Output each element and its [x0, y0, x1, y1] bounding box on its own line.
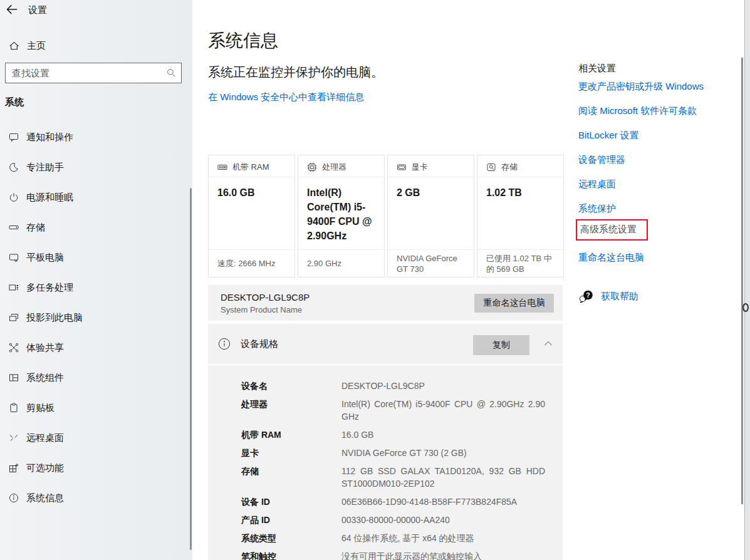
sidebar-item-system-components[interactable]: 系统组件 — [0, 363, 192, 393]
link-remote-desktop[interactable]: 远程桌面 — [578, 179, 616, 190]
card-value: 2 GB — [388, 177, 474, 200]
card-label: 存储 — [501, 162, 518, 173]
main-scrollbar-thumb[interactable] — [741, 58, 743, 504]
back-button[interactable] — [5, 3, 21, 17]
sidebar-scrollbar[interactable] — [190, 188, 192, 550]
sidebar-item-power-sleep[interactable]: 电源和睡眠 — [0, 182, 192, 212]
search-input[interactable] — [5, 63, 182, 83]
main-content: 系统信息 系统正在监控并保护你的电脑。 在 Windows 安全中心中查看详细信… — [192, 0, 750, 560]
spec-row: 产品 ID00330-80000-00000-AA240 — [241, 514, 545, 526]
card-footer: 速度: 2666 MHz — [209, 249, 294, 277]
shared-experiences-icon — [9, 343, 19, 353]
device-name: DESKTOP-LGL9C8P — [221, 292, 310, 303]
disk-icon — [486, 162, 496, 172]
sidebar-item-multitasking[interactable]: 多任务处理 — [0, 272, 192, 303]
device-specs-header: 设备规格 复制 — [208, 324, 563, 364]
get-help-icon: ? — [578, 289, 594, 304]
sidebar-item-optional-features[interactable]: 可选功能 — [0, 453, 192, 483]
cpu-icon — [307, 162, 317, 172]
sidebar-item-storage[interactable]: 存储 — [0, 212, 192, 242]
sidebar-nav: 通知和操作 专注助手 电源和睡眠 存储 平板电脑 多任务处理 — [0, 122, 192, 513]
search-icon[interactable] — [167, 68, 176, 78]
card-ram: 机带 RAM 16.0 GB 速度: 2666 MHz — [208, 155, 295, 277]
spec-row: 设备 ID06E36B66-1D90-4148-B58F-F773B824F85… — [241, 495, 545, 508]
spec-row: 设备名DESKTOP-LGL9C8P — [241, 380, 545, 392]
multitasking-icon — [9, 283, 19, 293]
spec-row: 机带 RAM16.0 GB — [241, 428, 545, 441]
storage-icon — [9, 222, 19, 232]
spec-row: 系统类型64 位操作系统, 基于 x64 的处理器 — [241, 532, 545, 544]
about-icon — [9, 493, 19, 503]
sidebar-section-title: 系统 — [5, 96, 24, 108]
card-label: 显卡 — [412, 162, 428, 173]
device-product-name: System Product Name — [221, 305, 302, 314]
get-help-row[interactable]: ? 获取帮助 — [578, 289, 638, 304]
settings-window: 设置 主页 系统 通知和操作 专注助手 电源 — [0, 0, 750, 560]
sidebar-item-shared-experiences[interactable]: 体验共享 — [0, 333, 192, 363]
spec-row: 处理器Intel(R) Core(TM) i5-9400F CPU @ 2.90… — [241, 398, 545, 423]
clipboard-icon — [9, 403, 19, 413]
ram-icon — [217, 162, 227, 172]
card-value: Intel(R) Core(TM) i5-9400F CPU @ 2.90GHz — [298, 177, 384, 243]
link-bitlocker[interactable]: BitLocker 设置 — [578, 130, 639, 142]
card-label: 处理器 — [322, 162, 346, 173]
link-device-manager[interactable]: 设备管理器 — [578, 154, 625, 166]
page-title: 系统信息 — [208, 29, 278, 53]
project-to-pc-icon — [9, 313, 19, 323]
search-box — [5, 63, 182, 83]
get-help-link[interactable]: 获取帮助 — [601, 291, 638, 303]
card-storage: 存储 1.02 TB 已使用 1.02 TB 中的 569 GB — [477, 155, 564, 277]
svg-text:?: ? — [586, 291, 590, 299]
link-system-protection[interactable]: 系统保护 — [578, 203, 616, 215]
system-components-icon — [9, 373, 19, 383]
device-specs-table: 设备名DESKTOP-LGL9C8P 处理器Intel(R) Core(TM) … — [208, 365, 563, 560]
link-change-product-key[interactable]: 更改产品密钥或升级 Windows — [578, 81, 704, 93]
sidebar: 设置 主页 系统 通知和操作 专注助手 电源 — [0, 0, 192, 560]
tablet-icon — [9, 252, 19, 262]
link-rename-this-pc[interactable]: 重命名这台电脑 — [578, 252, 644, 264]
scrollbar-circle-marker — [742, 303, 749, 312]
page-subtitle: 系统正在监控并保护你的电脑。 — [208, 64, 383, 81]
window-title: 设置 — [28, 4, 47, 16]
sidebar-item-focus-assist[interactable]: 专注助手 — [0, 152, 192, 182]
sidebar-item-notifications[interactable]: 通知和操作 — [0, 122, 192, 152]
device-name-panel: DESKTOP-LGL9C8P System Product Name 重命名这… — [208, 285, 563, 321]
sidebar-item-project-to-pc[interactable]: 投影到此电脑 — [0, 303, 192, 333]
link-advanced-system-settings[interactable]: 高级系统设置 — [576, 219, 648, 241]
card-label: 机带 RAM — [232, 162, 269, 173]
card-value: 16.0 GB — [209, 177, 294, 200]
sidebar-item-remote-desktop[interactable]: 远程桌面 — [0, 423, 192, 453]
chevron-up-icon[interactable] — [544, 340, 553, 346]
card-footer: 2.90 GHz — [298, 249, 384, 277]
info-icon — [218, 338, 231, 350]
security-center-link[interactable]: 在 Windows 安全中心中查看详细信息 — [208, 91, 364, 103]
spec-row: 显卡NVIDIA GeForce GT 730 (2 GB) — [241, 447, 545, 459]
card-value: 1.02 TB — [477, 177, 563, 200]
optional-features-icon — [9, 463, 19, 473]
sidebar-home-label: 主页 — [27, 40, 46, 52]
sidebar-item-tablet[interactable]: 平板电脑 — [0, 242, 192, 272]
rename-pc-button[interactable]: 重命名这台电脑 — [474, 294, 554, 313]
card-processor: 处理器 Intel(R) Core(TM) i5-9400F CPU @ 2.9… — [298, 155, 385, 277]
gpu-icon — [397, 162, 407, 172]
device-specs-title: 设备规格 — [241, 338, 278, 350]
card-footer: NVIDIA GeForce GT 730 — [388, 249, 474, 277]
card-footer: 已使用 1.02 TB 中的 569 GB — [477, 249, 563, 277]
focus-assist-icon — [9, 162, 19, 172]
remote-desktop-icon — [9, 433, 19, 443]
spec-row: 存储112 GB SSD GALAX TA1D0120A, 932 GB HDD… — [241, 465, 545, 490]
copy-button[interactable]: 复制 — [473, 335, 529, 355]
link-license-terms[interactable]: 阅读 Microsoft 软件许可条款 — [578, 105, 697, 117]
power-sleep-icon — [9, 192, 19, 202]
window-scrollbar-track[interactable] — [744, 0, 750, 560]
spec-row: 笔和触控没有可用于此显示器的笔或触控输入 — [241, 550, 545, 560]
sidebar-item-home[interactable]: 主页 — [0, 35, 192, 56]
sidebar-item-about[interactable]: 系统信息 — [0, 483, 192, 513]
spec-cards: 机带 RAM 16.0 GB 速度: 2666 MHz 处理器 Intel(R)… — [208, 155, 564, 277]
card-graphics: 显卡 2 GB NVIDIA GeForce GT 730 — [387, 155, 474, 277]
sidebar-item-clipboard[interactable]: 剪贴板 — [0, 393, 192, 423]
home-icon — [9, 41, 19, 51]
notifications-icon — [9, 132, 19, 142]
related-settings-heading: 相关设置 — [578, 63, 616, 75]
